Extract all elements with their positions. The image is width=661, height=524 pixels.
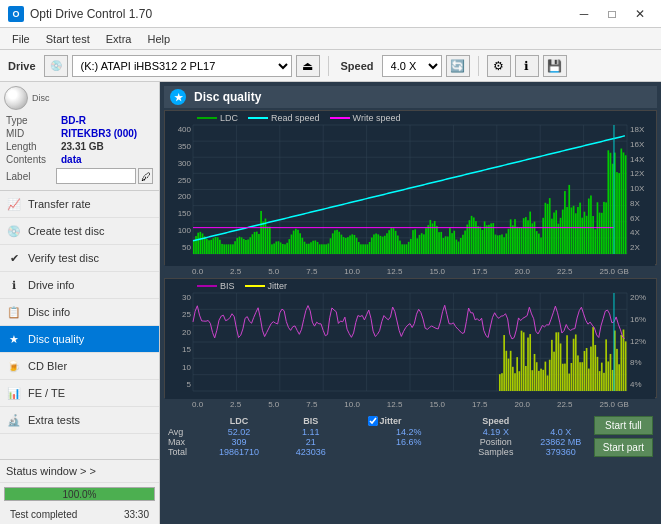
sidebar-item-label: Disc quality	[28, 333, 84, 345]
maximize-button[interactable]: □	[599, 4, 625, 24]
speed-select[interactable]: 4.0 X	[382, 55, 442, 77]
position-label: Position	[456, 437, 536, 447]
sidebar-item-disc-info[interactable]: 📋 Disc info	[0, 299, 159, 326]
disc-section: Disc Type BD-R MID RITEKBR3 (000) Length…	[0, 82, 159, 191]
title-bar-left: O Opti Drive Control 1.70	[8, 6, 152, 22]
drive-select[interactable]: (K:) ATAPI iHBS312 2 PL17	[72, 55, 292, 77]
sidebar-item-create-test-disc[interactable]: 💿 Create test disc	[0, 218, 159, 245]
status-footer: Test completed 33:30	[0, 505, 159, 524]
total-samples: 379360	[536, 447, 586, 457]
status-time: 33:30	[118, 507, 155, 522]
label-button[interactable]: 🖊	[138, 168, 153, 184]
settings-button[interactable]: ⚙	[487, 55, 511, 77]
chart2-y-left: 30 25 20 15 10 5	[165, 293, 193, 389]
menu-extra[interactable]: Extra	[98, 31, 140, 47]
avg-bis: 1.11	[280, 427, 342, 437]
ldc-color	[197, 117, 217, 119]
refresh-button[interactable]: 🔄	[446, 55, 470, 77]
disc-type-row: Type BD-R	[4, 114, 155, 127]
avg-jitter: 14.2%	[362, 427, 456, 437]
total-label: Total	[168, 447, 198, 457]
progress-text: 100.0%	[5, 488, 154, 500]
status-window-label: Status window > >	[6, 465, 96, 477]
disc-contents-row: Contents data	[4, 153, 155, 166]
toolbar-separator-2	[478, 56, 479, 76]
sidebar-item-label: Drive info	[28, 279, 74, 291]
max-jitter: 16.6%	[362, 437, 456, 447]
menu-start-test[interactable]: Start test	[38, 31, 98, 47]
start-full-button[interactable]: Start full	[594, 416, 653, 435]
menu-bar: File Start test Extra Help	[0, 28, 661, 50]
sidebar-item-label: Transfer rate	[28, 198, 91, 210]
label-input[interactable]	[56, 168, 136, 184]
jitter-color	[245, 285, 265, 287]
length-label: Length	[6, 141, 61, 152]
disc-quality-header-icon: ★	[170, 89, 186, 105]
drive-icon-btn[interactable]: 💿	[44, 55, 68, 77]
chart2-legend: BIS Jitter	[197, 281, 287, 291]
status-completed-text: Test completed	[4, 507, 83, 522]
minimize-button[interactable]: ─	[571, 4, 597, 24]
sidebar-item-verify-test-disc[interactable]: ✔ Verify test disc	[0, 245, 159, 272]
sidebar-item-transfer-rate[interactable]: 📈 Transfer rate	[0, 191, 159, 218]
fe-te-icon: 📊	[6, 385, 22, 401]
eject-button[interactable]: ⏏	[296, 55, 320, 77]
chart2-y-right: 20% 16% 12% 8% 4%	[628, 293, 656, 389]
sidebar-item-fe-te[interactable]: 📊 FE / TE	[0, 380, 159, 407]
type-value: BD-R	[61, 115, 86, 126]
window-controls: ─ □ ✕	[571, 4, 653, 24]
avg-speed-max: 4.0 X	[536, 427, 586, 437]
sidebar-item-extra-tests[interactable]: 🔬 Extra tests	[0, 407, 159, 434]
status-window-btn[interactable]: Status window > >	[0, 460, 159, 483]
sidebar-item-disc-quality[interactable]: ★ Disc quality	[0, 326, 159, 353]
close-button[interactable]: ✕	[627, 4, 653, 24]
header-bis: BIS	[280, 415, 342, 427]
max-bis: 21	[280, 437, 342, 447]
bis-label: BIS	[220, 281, 235, 291]
stats-avg-row: Avg 52.02 1.11 14.2% 4.19 X 4.0 X	[168, 427, 586, 437]
type-label: Type	[6, 115, 61, 126]
ldc-label: LDC	[220, 113, 238, 123]
start-part-button[interactable]: Start part	[594, 438, 653, 457]
speed-label: Speed	[337, 60, 378, 72]
chart2-area: BIS Jitter 30 25 20 15 10 5 20% 16%	[164, 278, 657, 398]
progress-bar-container: 100.0%	[4, 487, 155, 501]
sidebar-item-cd-bier[interactable]: 🍺 CD BIer	[0, 353, 159, 380]
length-value: 23.31 GB	[61, 141, 104, 152]
avg-label: Avg	[168, 427, 198, 437]
jitter-checkbox[interactable]	[368, 416, 378, 426]
sidebar-item-drive-info[interactable]: ℹ Drive info	[0, 272, 159, 299]
read-speed-color	[248, 117, 268, 119]
sidebar: Disc Type BD-R MID RITEKBR3 (000) Length…	[0, 82, 160, 524]
disc-mid-row: MID RITEKBR3 (000)	[4, 127, 155, 140]
sidebar-item-label: CD BIer	[28, 360, 67, 372]
chart1-y-left: 400 350 300 250 200 150 100 50	[165, 125, 193, 252]
read-speed-legend: Read speed	[248, 113, 320, 123]
max-label: Max	[168, 437, 198, 447]
chart1-canvas	[165, 111, 655, 266]
verify-test-disc-icon: ✔	[6, 250, 22, 266]
save-button[interactable]: 💾	[543, 55, 567, 77]
main-layout: Disc Type BD-R MID RITEKBR3 (000) Length…	[0, 82, 661, 524]
stats-total-row: Total 19861710 423036 Samples 379360	[168, 447, 586, 457]
drive-label: Drive	[4, 60, 40, 72]
jitter-legend: Jitter	[245, 281, 288, 291]
bis-color	[197, 285, 217, 287]
read-speed-label: Read speed	[271, 113, 320, 123]
disc-header: Disc	[4, 86, 155, 110]
header-speed: Speed	[456, 415, 536, 427]
avg-ldc: 52.02	[198, 427, 280, 437]
total-bis: 423036	[280, 447, 342, 457]
menu-file[interactable]: File	[4, 31, 38, 47]
disc-image	[4, 86, 28, 110]
jitter-label: Jitter	[268, 281, 288, 291]
transfer-rate-icon: 📈	[6, 196, 22, 212]
info-button[interactable]: ℹ	[515, 55, 539, 77]
create-test-disc-icon: 💿	[6, 223, 22, 239]
total-ldc: 19861710	[198, 447, 280, 457]
menu-help[interactable]: Help	[139, 31, 178, 47]
avg-speed: 4.19 X	[456, 427, 536, 437]
disc-header-label: Disc	[32, 93, 50, 103]
sidebar-item-label: Create test disc	[28, 225, 104, 237]
disc-length-row: Length 23.31 GB	[4, 140, 155, 153]
